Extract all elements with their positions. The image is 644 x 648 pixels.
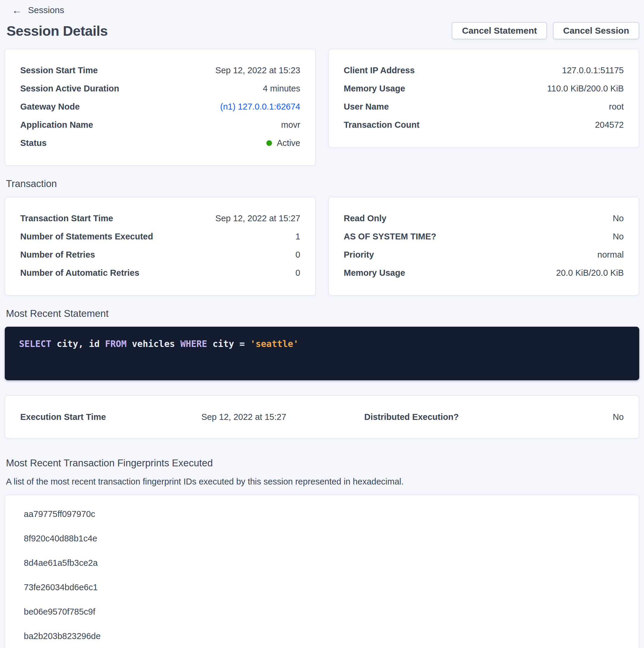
transaction-start-time-row: Transaction Start Time Sep 12, 2022 at 1…: [20, 209, 300, 227]
transaction-count-value: 204572: [595, 120, 624, 130]
fingerprints-heading: Most Recent Transaction Fingerprints Exe…: [6, 457, 639, 469]
sql-keyword: SELECT: [19, 339, 51, 349]
as-of-system-time-row: AS OF SYSTEM TIME? No: [344, 227, 624, 246]
sql-text: city =: [207, 339, 250, 349]
session-summary-row: Session Start Time Sep 12, 2022 at 15:23…: [5, 49, 639, 166]
session-active-duration-value: 4 minutes: [263, 84, 300, 94]
fingerprints-card: aa79775ff097970c 8f920c40d88b1c4e 8d4ae6…: [5, 495, 639, 648]
retries-row: Number of Retries 0: [20, 246, 300, 264]
distributed-execution-value: No: [503, 412, 624, 422]
session-summary-card-right: Client IP Address 127.0.0.1:51175 Memory…: [328, 49, 639, 148]
retries-value: 0: [295, 250, 300, 260]
transaction-start-time-label: Transaction Start Time: [20, 214, 113, 223]
read-only-row: Read Only No: [344, 209, 624, 227]
session-start-time-label: Session Start Time: [20, 65, 98, 75]
as-of-system-time-label: AS OF SYSTEM TIME?: [344, 232, 436, 241]
priority-value: normal: [597, 250, 624, 260]
transaction-count-row: Transaction Count 204572: [344, 116, 624, 134]
session-memory-usage-label: Memory Usage: [344, 84, 405, 94]
transaction-start-time-value: Sep 12, 2022 at 15:27: [216, 214, 300, 223]
client-ip-value: 127.0.0.1:51175: [562, 65, 624, 75]
client-ip-label: Client IP Address: [344, 65, 415, 75]
transaction-memory-usage-value: 20.0 KiB/20.0 KiB: [556, 268, 624, 278]
back-to-sessions-link[interactable]: ← Sessions: [5, 4, 70, 17]
fingerprint-list-item: 73fe26034bd6e6c1: [24, 583, 624, 592]
sql-statement-box: SELECT city, id FROM vehicles WHERE city…: [5, 327, 639, 380]
session-memory-usage-row: Memory Usage 110.0 KiB/200.0 KiB: [344, 79, 624, 98]
application-name-value: movr: [281, 120, 300, 130]
sql-keyword: WHERE: [180, 339, 207, 349]
sql-string-literal: 'seattle': [250, 339, 299, 349]
read-only-label: Read Only: [344, 214, 386, 223]
back-link-label: Sessions: [28, 5, 64, 15]
session-start-time-row: Session Start Time Sep 12, 2022 at 15:23: [20, 61, 300, 79]
application-name-row: Application Name movr: [20, 116, 300, 134]
status-badge: Active: [277, 138, 300, 148]
priority-row: Priority normal: [344, 246, 624, 264]
page-header: Session Details Cancel Statement Cancel …: [5, 22, 639, 39]
page-title: Session Details: [7, 22, 108, 39]
fingerprint-list-item: 8d4ae61a5fb3ce2a: [24, 558, 624, 567]
sql-text: vehicles: [126, 339, 180, 349]
application-name-label: Application Name: [20, 120, 93, 130]
session-memory-usage-value: 110.0 KiB/200.0 KiB: [547, 84, 624, 94]
user-name-label: User Name: [344, 102, 389, 112]
status-value: Active: [266, 138, 300, 148]
fingerprint-list-item: 8f920c40d88b1c4e: [24, 534, 624, 543]
cancel-session-button[interactable]: Cancel Session: [553, 22, 639, 39]
gateway-node-row: Gateway Node (n1) 127.0.0.1:62674: [20, 98, 300, 116]
automatic-retries-label: Number of Automatic Retries: [20, 268, 139, 278]
user-name-value: root: [609, 102, 624, 112]
retries-label: Number of Retries: [20, 250, 95, 260]
transaction-card-left: Transaction Start Time Sep 12, 2022 at 1…: [5, 197, 316, 296]
status-label: Status: [20, 138, 47, 148]
session-details-page: ← Sessions Session Details Cancel Statem…: [0, 0, 644, 648]
sql-keyword: FROM: [105, 339, 126, 349]
user-name-row: User Name root: [344, 98, 624, 116]
transaction-memory-usage-row: Memory Usage 20.0 KiB/20.0 KiB: [344, 264, 624, 282]
gateway-node-link[interactable]: (n1) 127.0.0.1:62674: [220, 102, 300, 112]
transaction-memory-usage-label: Memory Usage: [344, 268, 405, 278]
read-only-value: No: [613, 214, 624, 223]
session-start-time-value: Sep 12, 2022 at 15:23: [216, 65, 300, 75]
execution-start-time-value: Sep 12, 2022 at 15:27: [201, 412, 364, 422]
session-active-duration-label: Session Active Duration: [20, 84, 119, 94]
execution-row: Execution Start Time Sep 12, 2022 at 15:…: [20, 408, 624, 426]
transaction-row: Transaction Start Time Sep 12, 2022 at 1…: [5, 197, 639, 296]
session-summary-card-left: Session Start Time Sep 12, 2022 at 15:23…: [5, 49, 316, 166]
transaction-card-right: Read Only No AS OF SYSTEM TIME? No Prior…: [328, 197, 639, 296]
priority-label: Priority: [344, 250, 374, 260]
distributed-execution-label: Distributed Execution?: [364, 412, 503, 422]
fingerprint-list-item: be06e9570f785c9f: [24, 607, 624, 616]
statements-executed-value: 1: [295, 232, 300, 241]
most-recent-statement-heading: Most Recent Statement: [6, 308, 639, 320]
back-arrow-icon: ←: [12, 5, 22, 15]
automatic-retries-value: 0: [295, 268, 300, 278]
client-ip-row: Client IP Address 127.0.0.1:51175: [344, 61, 624, 79]
automatic-retries-row: Number of Automatic Retries 0: [20, 264, 300, 282]
gateway-node-label: Gateway Node: [20, 102, 80, 112]
status-row: Status Active: [20, 134, 300, 152]
execution-start-time-label: Execution Start Time: [20, 412, 201, 422]
transaction-section-heading: Transaction: [6, 178, 639, 190]
transaction-count-label: Transaction Count: [344, 120, 420, 130]
status-active-dot-icon: [266, 140, 272, 146]
statements-executed-label: Number of Statements Executed: [20, 232, 153, 241]
fingerprint-list-item: ba2b203b823296de: [24, 632, 624, 641]
session-active-duration-row: Session Active Duration 4 minutes: [20, 79, 300, 98]
sql-text: city, id: [51, 339, 105, 349]
fingerprints-description: A list of the most recent transaction fi…: [6, 476, 639, 487]
header-actions: Cancel Statement Cancel Session: [452, 22, 639, 39]
execution-card: Execution Start Time Sep 12, 2022 at 15:…: [5, 395, 639, 439]
fingerprint-list-item: aa79775ff097970c: [24, 509, 624, 519]
cancel-statement-button[interactable]: Cancel Statement: [452, 22, 547, 39]
as-of-system-time-value: No: [613, 232, 624, 241]
statements-executed-row: Number of Statements Executed 1: [20, 227, 300, 246]
